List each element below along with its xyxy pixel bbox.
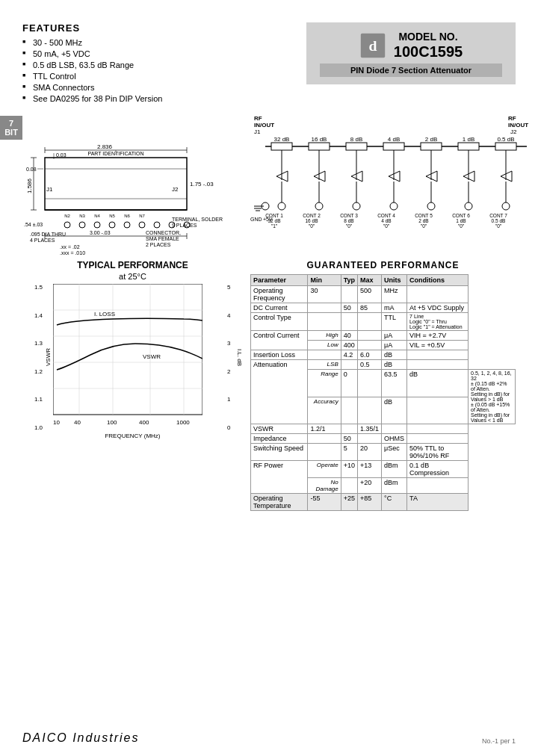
- svg-point-94: [278, 202, 285, 210]
- svg-text:J2: J2: [510, 128, 517, 135]
- col-conditions: Conditions: [407, 275, 469, 286]
- y-axis-il: 5 4 3 2 1 0: [225, 284, 236, 431]
- svg-text:"0": "0": [458, 223, 465, 229]
- feature-item-1: 30 - 500 MHz: [22, 38, 306, 47]
- svg-text:CONT 7: CONT 7: [489, 213, 507, 218]
- bottom-section: TYPICAL PERFORMANCE at 25°C 1.5 1.4 1.3 …: [22, 260, 516, 511]
- circuit-svg: RF IN/OUT J1 RF IN/OUT J2 32 dB 16 dB 8 …: [250, 113, 534, 255]
- mechanical-drawing: J1 J2 2.836 PART IDENTIFICATION 0.03 1.5…: [22, 113, 516, 256]
- col-typ: Typ: [341, 275, 357, 286]
- table-row: RF Power Operate +10 +13 dBm 0.1 dB Comp…: [251, 461, 516, 478]
- svg-text:J2: J2: [172, 186, 179, 193]
- brand-name: DAICO Industries: [22, 731, 140, 745]
- svg-text:RF: RF: [508, 115, 516, 122]
- svg-text:3.00 -.03: 3.00 -.03: [90, 230, 111, 235]
- feature-item-3: 0.5 dB LSB, 63.5 dB Range: [22, 61, 306, 69]
- feature-item-5: SMA Connectors: [22, 83, 306, 92]
- svg-point-24: [79, 222, 85, 228]
- svg-text:N4: N4: [94, 214, 100, 218]
- svg-text:N5: N5: [109, 214, 115, 218]
- svg-text:1 dB: 1 dB: [463, 136, 474, 143]
- svg-text:.xxx = .010: .xxx = .010: [60, 250, 85, 255]
- svg-text:GND: GND: [250, 217, 262, 222]
- y-label-il: I.L. dB: [236, 284, 243, 431]
- svg-text:IN/OUT: IN/OUT: [508, 122, 528, 128]
- performance-graph: TYPICAL PERFORMANCE at 25°C 1.5 1.4 1.3 …: [22, 260, 243, 511]
- svg-text:.54 ±.03: .54 ±.03: [24, 222, 43, 227]
- svg-text:16 dB: 16 dB: [312, 136, 327, 143]
- col-max: Max: [358, 275, 382, 286]
- svg-text:CONT 2: CONT 2: [303, 213, 321, 218]
- svg-text:1.586: 1.586: [26, 178, 33, 193]
- svg-text:4 dB: 4 dB: [381, 218, 391, 223]
- svg-point-95: [315, 202, 323, 210]
- svg-text:4 PLACES: 4 PLACES: [30, 238, 55, 243]
- model-title-text: MODEL NO. 100C1595: [394, 30, 463, 61]
- svg-text:CONT 1: CONT 1: [265, 213, 283, 218]
- svg-point-28: [139, 222, 145, 228]
- svg-text:1000: 1000: [176, 419, 190, 426]
- features-list: 30 - 500 MHz 50 mA, +5 VDC 0.5 dB LSB, 6…: [22, 38, 306, 103]
- svg-text:SMA FEMALE: SMA FEMALE: [146, 236, 179, 241]
- svg-text:d: d: [368, 37, 377, 54]
- model-number: 100C1595: [394, 43, 463, 61]
- svg-text:0.5 dB: 0.5 dB: [497, 136, 514, 143]
- table-row: Insertion Loss 4.2 6.0 dB: [251, 350, 516, 360]
- svg-text:N3: N3: [79, 214, 85, 218]
- svg-text:"1": "1": [271, 223, 278, 229]
- performance-table: Parameter Min Typ Max Units Conditions O…: [250, 274, 516, 511]
- svg-text:0.5 dB: 0.5 dB: [492, 218, 506, 223]
- svg-text:4 dB: 4 dB: [388, 136, 400, 143]
- svg-rect-2: [45, 158, 187, 210]
- svg-text:IN/OUT: IN/OUT: [254, 122, 274, 128]
- y-label-vswr: VSWR: [45, 284, 52, 431]
- svg-text:CONT 6: CONT 6: [452, 213, 470, 218]
- svg-point-99: [465, 202, 472, 210]
- daico-logo: d: [359, 32, 386, 59]
- graph-area: I. LOSS VSWR 10 40 100 400 1000: [53, 284, 225, 431]
- col-units: Units: [382, 275, 407, 286]
- svg-text:RF: RF: [254, 115, 262, 122]
- svg-point-97: [390, 202, 398, 210]
- svg-point-98: [427, 202, 435, 210]
- seven-bit-label: 7 BIT: [0, 116, 22, 140]
- graph-title: TYPICAL PERFORMANCE: [22, 260, 243, 270]
- svg-text:N7: N7: [139, 214, 145, 218]
- feature-item-6: See DA0295 for 38 Pin DIP Version: [22, 94, 306, 103]
- col-parameter: Parameter: [251, 275, 308, 286]
- svg-text:9 PLACES: 9 PLACES: [172, 223, 197, 228]
- svg-text:.xx = .02: .xx = .02: [60, 244, 80, 250]
- page-number: No.-1 per 1: [482, 737, 516, 745]
- guaranteed-performance-title: GUARANTEED PERFORMANCE: [250, 260, 516, 270]
- svg-text:"0": "0": [495, 223, 502, 229]
- svg-text:16 dB: 16 dB: [306, 218, 318, 223]
- svg-text:2 dB: 2 dB: [425, 136, 437, 143]
- svg-point-96: [353, 202, 360, 210]
- table-row: Control Current High 40 μA VIH = +2.7V: [251, 331, 516, 341]
- brand-industries: Industries: [72, 731, 139, 744]
- model-description: PIN Diode 7 Section Attenuator: [320, 63, 502, 77]
- svg-text:N6: N6: [124, 214, 130, 218]
- page: FEATURES 30 - 500 MHz 50 mA, +5 VDC 0.5 …: [0, 0, 538, 756]
- svg-text:0.03: 0.03: [56, 152, 67, 158]
- svg-text:32 dB: 32 dB: [274, 136, 290, 143]
- table-row: Operating Frequency 30 500 MHz: [251, 286, 516, 303]
- svg-text:J1: J1: [254, 128, 261, 135]
- svg-text:10: 10: [53, 419, 60, 426]
- svg-text:VSWR: VSWR: [143, 353, 161, 360]
- table-row: Control Type TTL 7 LineLogic "0" = ThruL…: [251, 313, 516, 331]
- svg-rect-70: [421, 143, 442, 150]
- svg-text:N2: N2: [64, 214, 70, 218]
- svg-text:1 dB: 1 dB: [456, 218, 466, 223]
- table-row: Attenuation LSB 0.5 dB: [251, 360, 516, 370]
- svg-text:J1: J1: [46, 186, 53, 193]
- graph-subtitle: at 25°C: [22, 272, 243, 281]
- table-header-row: Parameter Min Typ Max Units Conditions: [251, 275, 516, 286]
- model-header: d MODEL NO. 100C1595: [320, 30, 502, 61]
- svg-text:0.08: 0.08: [26, 167, 37, 172]
- svg-text:40: 40: [74, 419, 81, 426]
- features-section: FEATURES 30 - 500 MHz 50 mA, +5 VDC 0.5 …: [22, 22, 306, 105]
- x-axis-label: FREQUENCY (MHz): [22, 433, 243, 439]
- table-row: DC Current 50 85 mA At +5 VDC Supply: [251, 303, 516, 313]
- left-diagram: J1 J2 2.836 PART IDENTIFICATION 0.03 1.5…: [22, 113, 243, 256]
